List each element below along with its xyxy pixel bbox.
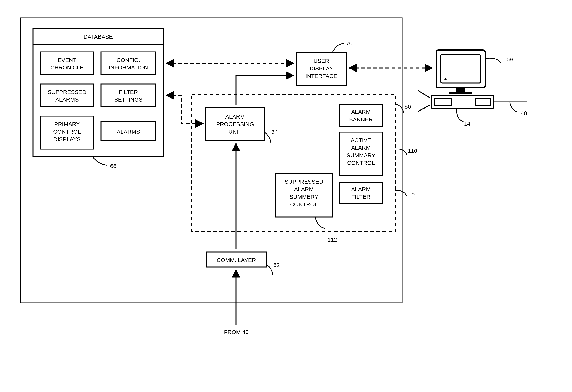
db-item-4-line2: CONTROL bbox=[53, 128, 81, 135]
banner-ref: 50 bbox=[405, 103, 411, 110]
suppressed-alarm-summery-box: SUPPRESSED ALARM SUMMERY CONTROL bbox=[276, 174, 332, 217]
alarm-banner-box: ALARM BANNER bbox=[340, 105, 382, 126]
svg-text:SUMMARY: SUMMARY bbox=[347, 152, 376, 158]
svg-rect-38 bbox=[449, 92, 472, 94]
svg-text:SUPPRESSED: SUPPRESSED bbox=[285, 179, 323, 185]
svg-text:BANNER: BANNER bbox=[349, 116, 373, 123]
svg-line-44 bbox=[418, 105, 430, 111]
comm-layer-label: COMM. LAYER bbox=[217, 257, 256, 263]
svg-rect-34 bbox=[436, 50, 485, 88]
svg-text:ALARM: ALARM bbox=[351, 145, 371, 151]
svg-text:PROCESSING: PROCESSING bbox=[216, 121, 254, 127]
svg-text:CONTROL: CONTROL bbox=[347, 160, 375, 166]
active-summary-ref: 110 bbox=[408, 148, 417, 154]
db-item-0-line2: CHRONICLE bbox=[50, 64, 84, 71]
svg-rect-29 bbox=[340, 182, 382, 204]
user-display-interface-box: USER DISPLAY INTERFACE bbox=[296, 53, 346, 86]
suppressed-summery-ref: 112 bbox=[328, 236, 337, 243]
db-item-4-line3: DISPLAYS bbox=[53, 136, 81, 142]
db-item-0-line1: EVENT bbox=[58, 57, 77, 63]
db-item-5: ALARMS bbox=[117, 128, 140, 135]
svg-text:ALARM: ALARM bbox=[294, 186, 314, 192]
db-item-4-line1: PRIMARY bbox=[54, 121, 80, 127]
alarm-processing-unit-box: ALARM PROCESSING UNIT bbox=[206, 108, 264, 141]
system-boundary bbox=[21, 18, 402, 303]
from-40-label: FROM 40 bbox=[224, 329, 249, 335]
svg-rect-5 bbox=[101, 84, 156, 107]
apu-ref: 64 bbox=[271, 129, 278, 135]
svg-text:USER: USER bbox=[313, 58, 329, 64]
svg-rect-16 bbox=[340, 105, 382, 126]
db-item-3-line1: FILTER bbox=[119, 89, 138, 95]
svg-text:SUMMERY: SUMMERY bbox=[290, 194, 318, 200]
svg-text:INTERFACE: INTERFACE bbox=[305, 73, 337, 79]
svg-rect-4 bbox=[41, 84, 94, 107]
comm-layer-box: COMM. LAYER bbox=[207, 252, 266, 267]
svg-rect-40 bbox=[434, 98, 451, 106]
svg-text:ALARM: ALARM bbox=[225, 113, 245, 120]
svg-rect-37 bbox=[456, 88, 465, 92]
db-item-1-line2: INFORMATION bbox=[109, 64, 148, 71]
active-alarm-summary-box: ACTIVE ALARM SUMMARY CONTROL bbox=[340, 132, 382, 175]
svg-rect-35 bbox=[441, 55, 480, 83]
svg-text:CONTROL: CONTROL bbox=[290, 201, 318, 207]
comm-layer-ref: 62 bbox=[273, 262, 280, 268]
database-container: DATABASE EVENT CHRONICLE CONFIG. INFORMA… bbox=[33, 28, 163, 157]
tower-ref: 14 bbox=[464, 120, 470, 127]
net-ref: 40 bbox=[521, 110, 527, 116]
db-item-3-line2: SETTINGS bbox=[114, 96, 143, 103]
udi-ref: 70 bbox=[346, 40, 352, 47]
alarm-filter-box: ALARM FILTER bbox=[340, 182, 382, 204]
filter-ref: 68 bbox=[408, 190, 414, 196]
svg-point-36 bbox=[445, 78, 447, 80]
svg-text:UNIT: UNIT bbox=[228, 128, 242, 135]
svg-text:ACTIVE: ACTIVE bbox=[351, 137, 371, 143]
db-item-2-line1: SUPPRESSED bbox=[48, 89, 86, 95]
db-item-2-line2: ALARMS bbox=[55, 96, 79, 103]
svg-line-43 bbox=[418, 91, 430, 98]
database-ref: 66 bbox=[110, 163, 116, 169]
monitor-ref: 69 bbox=[507, 56, 513, 63]
svg-rect-3 bbox=[101, 52, 156, 75]
arrow-db-apu bbox=[166, 95, 203, 124]
svg-text:ALARM: ALARM bbox=[351, 186, 371, 192]
db-item-1-line1: CONFIG. bbox=[117, 57, 140, 63]
database-title: DATABASE bbox=[83, 34, 113, 40]
svg-text:ALARM: ALARM bbox=[351, 109, 371, 115]
svg-rect-2 bbox=[41, 52, 94, 75]
svg-text:FILTER: FILTER bbox=[351, 194, 370, 200]
svg-text:DISPLAY: DISPLAY bbox=[310, 65, 333, 72]
diagram-root: DATABASE EVENT CHRONICLE CONFIG. INFORMA… bbox=[0, 0, 572, 392]
